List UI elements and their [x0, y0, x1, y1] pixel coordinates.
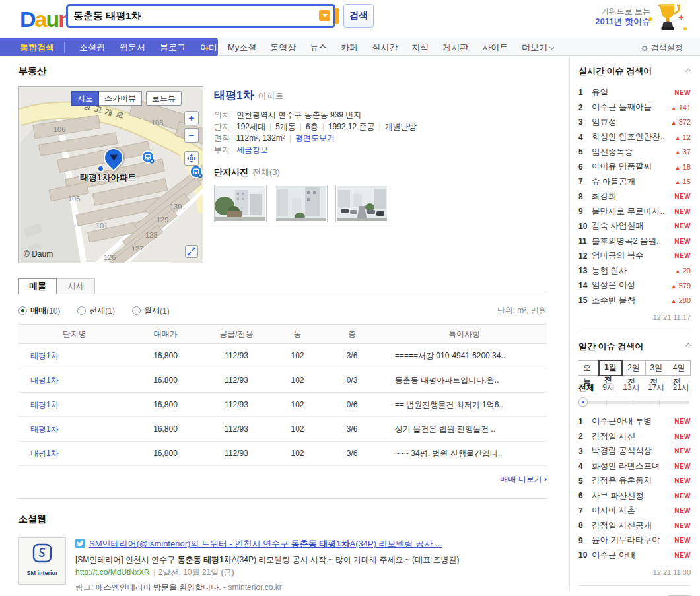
- realtime-issues-title[interactable]: 실시간 이슈 검색어: [578, 65, 652, 77]
- issue-item[interactable]: 7 슈 아들공개 15: [578, 174, 691, 189]
- site-link[interactable]: 에스엠인테리어 방문을 환영합니다.: [96, 583, 221, 592]
- collapse-icon[interactable]: [685, 68, 692, 75]
- issue-change-badge: NEW: [674, 552, 691, 559]
- issue-item[interactable]: 5 김정은 유훈통치 NEW: [578, 474, 691, 489]
- time-label[interactable]: 전체: [578, 382, 594, 393]
- listing-note: 동춘동 태평아파트입니다.완..: [382, 368, 547, 393]
- issue-item[interactable]: 8 김정일 시신공개 NEW: [578, 518, 691, 533]
- issue-item[interactable]: 6 아이유 명품팔찌 18: [578, 160, 691, 175]
- issue-item[interactable]: 5 임신중독증 37: [578, 145, 691, 160]
- issue-item[interactable]: 2 김정일 시신 NEW: [578, 429, 691, 444]
- search-tab[interactable]: 동영상: [270, 42, 296, 53]
- issue-item[interactable]: 4 화성인 라면스프녀 NEW: [578, 459, 691, 474]
- map[interactable]: 앵고개로 106108105101130129128127126 태평1차아파트: [18, 86, 203, 263]
- listing-link[interactable]: 태평1차: [30, 449, 59, 458]
- daily-issues-title[interactable]: 일간 이슈 검색어: [578, 341, 643, 352]
- search-tab[interactable]: 더보기: [522, 42, 553, 53]
- info-row-location: 위치인천광역시 연수구 동춘동 939 번지: [214, 110, 417, 121]
- map-zoom-out-button[interactable]: −: [184, 128, 199, 143]
- floorplan-link[interactable]: 평면도보기: [295, 133, 335, 143]
- time-label[interactable]: 21시: [673, 382, 689, 393]
- issue-change-badge: NEW: [674, 222, 691, 230]
- tweet-url-link[interactable]: http://t.co/MdUtNxXR: [75, 568, 150, 577]
- listing-link[interactable]: 태평1차: [30, 424, 59, 434]
- search-input[interactable]: [73, 7, 311, 24]
- search-tab[interactable]: 블로그: [160, 42, 186, 53]
- issue-item[interactable]: 1 유열 NEW: [578, 85, 691, 100]
- map-view-button[interactable]: 지도: [71, 91, 99, 106]
- issue-item[interactable]: 12 엄마곰의 복수 NEW: [578, 249, 691, 264]
- issue-rank: 10: [578, 222, 592, 231]
- issue-item[interactable]: 7 이지아 사촌 NEW: [578, 504, 691, 519]
- slider-handle[interactable]: [578, 397, 588, 407]
- search-tab[interactable]: 소셜웹: [79, 42, 105, 53]
- social-thumbnail[interactable]: SM interior: [18, 537, 66, 585]
- slider-track[interactable]: [580, 401, 689, 404]
- listing-link[interactable]: 태평1차: [30, 351, 59, 360]
- issue-item[interactable]: 3 임효성 372: [578, 115, 691, 130]
- map-view-button[interactable]: 로드뷰: [146, 91, 182, 106]
- search-tab[interactable]: 사이트: [482, 42, 508, 53]
- tab-listings[interactable]: 매물: [18, 278, 57, 294]
- issue-item[interactable]: 2 이수근 둘째아들 141: [578, 100, 691, 116]
- hot-issue-caption: 키워드로 보는: [595, 6, 650, 17]
- time-label[interactable]: 13시: [623, 382, 639, 393]
- search-tab[interactable]: 실시간: [372, 42, 398, 53]
- issue-item[interactable]: 10 김숙 사업실패 NEW: [578, 219, 691, 234]
- day-tab[interactable]: 3일전: [646, 360, 668, 376]
- map-view-button[interactable]: 스카이뷰: [99, 91, 142, 106]
- time-label[interactable]: 17시: [648, 382, 664, 393]
- map-zoom-in-button[interactable]: +: [184, 111, 199, 125]
- collapse-icon[interactable]: [685, 343, 692, 350]
- issue-item[interactable]: 14 임정은 이정 579: [578, 279, 691, 294]
- listing-dong: 102: [273, 393, 322, 417]
- search-tab[interactable]: 뉴스: [310, 42, 327, 53]
- issue-item[interactable]: 10 이수근 아내 NEW: [578, 548, 691, 563]
- day-tab[interactable]: 오늘: [578, 360, 598, 376]
- listing-link[interactable]: 태평1차: [30, 400, 59, 409]
- listing-note: ~~~ 34평. 법원 진행물건입니..: [382, 442, 547, 466]
- filter-jeonse[interactable]: 전세(1): [77, 305, 115, 316]
- bus-stop-icon[interactable]: [141, 150, 155, 164]
- filter-sale[interactable]: 매매(10): [18, 305, 60, 316]
- search-settings-button[interactable]: 검색설정: [641, 42, 683, 53]
- search-tab[interactable]: 카페: [341, 42, 358, 53]
- search-button[interactable]: 검색: [343, 4, 374, 28]
- daum-search-page: Daum 검색 키워드로 보는 2011년 핫이슈: [0, 0, 700, 596]
- more-listings-link[interactable]: 매매 더보기 ›: [500, 475, 547, 484]
- issue-item[interactable]: 4 화성인 인조인간찬.. 12: [578, 130, 691, 145]
- tab-prices[interactable]: 시세: [57, 278, 95, 294]
- complex-photo[interactable]: [214, 185, 267, 222]
- listing-link[interactable]: 태평1차: [30, 376, 59, 385]
- tax-info-link[interactable]: 세금정보: [236, 145, 268, 154]
- issue-item[interactable]: 13 농협 인사 20: [578, 263, 691, 279]
- issue-item[interactable]: 3 박경림 공식석상 NEW: [578, 444, 691, 459]
- day-tab[interactable]: 2일전: [623, 360, 645, 376]
- search-tab[interactable]: 통합검색: [20, 42, 65, 53]
- filter-wolse[interactable]: 월세(1): [132, 305, 170, 316]
- map-fullscreen-button[interactable]: [185, 245, 198, 258]
- search-tab[interactable]: My소셜: [228, 42, 256, 53]
- social-title-link[interactable]: SM인테리어(@isminterior)의 트위터 - 인천시 연수구 동춘동 …: [89, 537, 442, 550]
- issue-item[interactable]: 9 불만제로 무료마사.. NEW: [578, 204, 691, 219]
- day-tab[interactable]: 4일전: [668, 360, 691, 376]
- bus-stop-icon[interactable]: [190, 165, 203, 178]
- day-tab[interactable]: 1일전: [598, 360, 623, 376]
- map-pan-button[interactable]: [184, 151, 199, 166]
- listing-price: 16,800: [131, 368, 200, 393]
- issue-item[interactable]: 15 조수빈 불참 280: [578, 293, 691, 308]
- daily-issues-box: 일간 이슈 검색어 오늘1일전2일전3일전4일전 전체9시13시17시21시: [578, 341, 691, 576]
- table-row: 태평1차 16,800 112/93 102 0/6 == 법원진행물건 최저가…: [18, 393, 547, 417]
- complex-photo[interactable]: [335, 185, 388, 222]
- hot-issue-banner[interactable]: 키워드로 보는 2011년 핫이슈: [595, 6, 650, 27]
- issue-item[interactable]: 6 사브 파산신청 NEW: [578, 488, 691, 504]
- complex-photo[interactable]: [275, 185, 328, 222]
- issue-item[interactable]: 8 최강희 NEW: [578, 189, 691, 205]
- search-tab[interactable]: 게시판: [442, 42, 468, 53]
- search-tab[interactable]: 지식: [411, 42, 429, 53]
- issue-item[interactable]: 11 불후의명곡2 음원.. NEW: [578, 234, 691, 249]
- search-history-dropdown-icon[interactable]: [319, 10, 330, 21]
- issue-item[interactable]: 9 윤아 기무라타쿠야 NEW: [578, 533, 691, 548]
- search-tab[interactable]: 웹문서: [120, 42, 145, 53]
- issue-item[interactable]: 1 이수근아내 투병 NEW: [578, 414, 691, 430]
